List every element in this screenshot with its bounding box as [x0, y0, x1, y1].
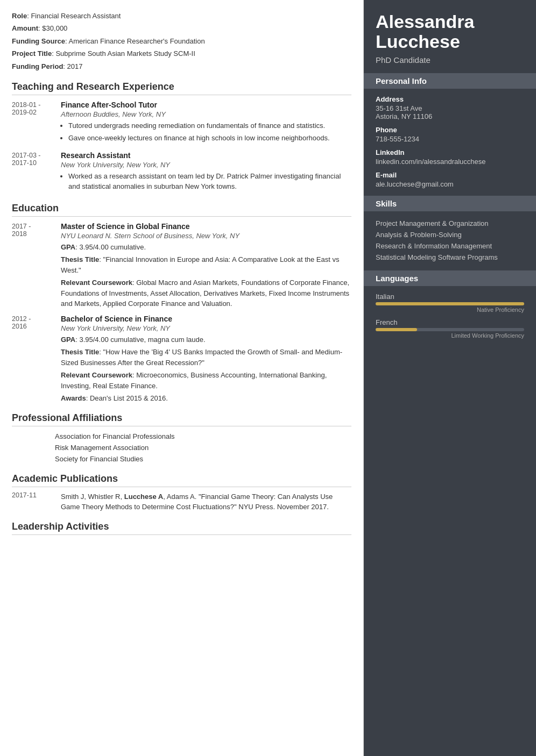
affil-item-1: Risk Management Association: [12, 442, 351, 453]
funding-period-label: Funding Period: [12, 62, 63, 70]
edu-entry-1: 2012 -2016 Bachelor of Science in Financ…: [12, 315, 351, 404]
teaching-entry-0: 2018-01 -2019-02 Finance After-School Tu…: [12, 101, 351, 146]
edu-body-1: GPA: 3.95/4.00 cumulative, magna cum lau…: [61, 334, 351, 404]
edu-date-1: 2012 -2016: [12, 315, 52, 404]
grant-amount: Amount: $30,000: [12, 22, 351, 34]
publication-0: 2017-11 Smith J, Whistler R, Lucchese A,…: [12, 491, 351, 512]
entry-title-0: Finance After-School Tutor: [61, 101, 351, 109]
project-title-label: Project Title: [12, 49, 52, 58]
left-column: Role: Financial Research Assistant Amoun…: [0, 0, 364, 756]
affil-item-0: Association for Financial Professionals: [12, 431, 351, 442]
funding-source-label: Funding Source: [12, 37, 65, 45]
publications-section-title: Academic Publications: [12, 473, 351, 487]
lang-bar-fill-french: [376, 328, 417, 331]
address-label: Address: [376, 95, 524, 103]
entry-subtitle-0: Afternoon Buddies, New York, NY: [61, 110, 351, 118]
edu-title-1: Bachelor of Science in Finance: [61, 315, 351, 323]
personal-info-section: Address 35-16 31st AveAstoria, NY 11106 …: [364, 95, 536, 196]
linkedin-value: linkedin.com/in/alessandralucchese: [376, 158, 524, 166]
right-column: AlessandraLucchese PhD Candidate Persona…: [364, 0, 536, 756]
skills-section-title: Skills: [364, 196, 536, 211]
skill-1: Analysis & Problem-Solving: [376, 229, 524, 240]
grant-funding-source: Funding Source: American Finance Researc…: [12, 35, 351, 47]
entry-content-0: Finance After-School Tutor Afternoon Bud…: [61, 101, 351, 146]
pub-date-0: 2017-11: [12, 491, 52, 512]
lang-name-french: French: [376, 318, 524, 326]
skills-section: Project Management & Organization Analys…: [364, 218, 536, 270]
grant-funding-period: Funding Period: 2017: [12, 60, 351, 73]
entry-date-0: 2018-01 -2019-02: [12, 101, 52, 146]
edu-content-1: Bachelor of Science in Finance New York …: [61, 315, 351, 404]
edu-entry-0: 2017 -2018 Master of Science in Global F…: [12, 222, 351, 309]
languages-section: Italian Native Proficiency French Limite…: [364, 293, 536, 352]
affiliations-section-title: Professional Affiliations: [12, 412, 351, 426]
candidate-title: PhD Candidate: [376, 55, 524, 65]
email-value: ale.lucchese@gmail.com: [376, 180, 524, 188]
edu-date-0: 2017 -2018: [12, 222, 52, 309]
entry-date-1: 2017-03 -2017-10: [12, 151, 52, 194]
personal-info-section-title: Personal Info: [364, 73, 536, 89]
entry-body-1: Worked as a research assistant on team l…: [61, 171, 351, 192]
entry-subtitle-1: New York University, New York, NY: [61, 161, 351, 169]
grant-role: Role: Financial Research Assistant: [12, 10, 351, 22]
phone-label: Phone: [376, 126, 524, 134]
lang-proficiency-italian: Native Proficiency: [376, 306, 524, 313]
edu-content-0: Master of Science in Global Finance NYU …: [61, 222, 351, 309]
linkedin-label: LinkedIn: [376, 148, 524, 156]
email-label: E-mail: [376, 171, 524, 179]
skill-2: Research & Information Management: [376, 240, 524, 252]
language-italian: Italian Native Proficiency: [376, 293, 524, 313]
phone-value: 718-555-1234: [376, 135, 524, 143]
lang-bar-bg-italian: [376, 302, 524, 305]
address-value: 35-16 31st AveAstoria, NY 11106: [376, 104, 524, 120]
teaching-section-title: Teaching and Research Experience: [12, 81, 351, 95]
skill-3: Statistical Modeling Software Programs: [376, 252, 524, 263]
affiliations-list: Association for Financial Professionals …: [12, 431, 351, 465]
role-label: Role: [12, 12, 27, 20]
language-french: French Limited Working Proficiency: [376, 318, 524, 339]
languages-section-title: Languages: [364, 270, 536, 286]
lang-proficiency-french: Limited Working Proficiency: [376, 332, 524, 339]
right-header: AlessandraLucchese PhD Candidate: [364, 0, 536, 73]
candidate-name: AlessandraLucchese: [376, 12, 524, 52]
edu-subtitle-1: New York University, New York, NY: [61, 324, 351, 332]
skill-0: Project Management & Organization: [376, 218, 524, 229]
grant-project-title: Project Title: Subprime South Asian Mark…: [12, 47, 351, 60]
lang-bar-bg-french: [376, 328, 524, 331]
edu-subtitle-0: NYU Leonard N. Stern School of Business,…: [61, 232, 351, 240]
amount-label: Amount: [12, 24, 38, 32]
entry-title-1: Research Assistant: [61, 151, 351, 160]
affil-item-2: Society for Financial Studies: [12, 453, 351, 465]
grant-info: Role: Financial Research Assistant Amoun…: [12, 10, 351, 73]
lang-name-italian: Italian: [376, 293, 524, 301]
leadership-section-title: Leadership Activities: [12, 521, 351, 535]
pub-content-0: Smith J, Whistler R, Lucchese A, Adams A…: [61, 491, 351, 512]
teaching-entry-1: 2017-03 -2017-10 Research Assistant New …: [12, 151, 351, 194]
edu-body-0: GPA: 3.95/4.00 cumulative. Thesis Title:…: [61, 242, 351, 309]
lang-bar-fill-italian: [376, 302, 524, 305]
entry-body-0: Tutored undergrads needing remediation o…: [61, 120, 351, 144]
edu-title-0: Master of Science in Global Finance: [61, 222, 351, 231]
education-section-title: Education: [12, 203, 351, 217]
entry-content-1: Research Assistant New York University, …: [61, 151, 351, 194]
